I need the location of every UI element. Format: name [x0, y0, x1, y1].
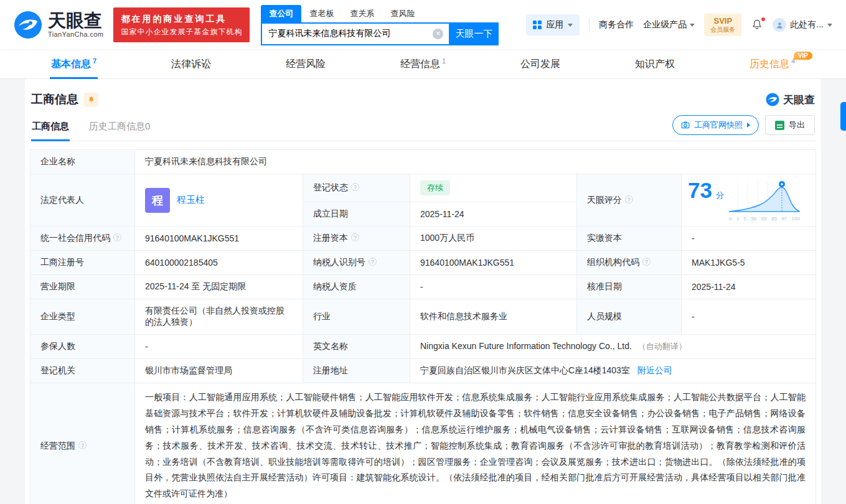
- enterprise-product-label: 企业级产品: [643, 19, 687, 30]
- notification-bell-icon[interactable]: [751, 19, 763, 31]
- tab-intellectual-property[interactable]: 知识产权: [632, 50, 677, 78]
- notification-dot: [761, 17, 765, 21]
- legal-rep-link[interactable]: 程玉柱: [177, 194, 205, 206]
- enterprise-product-link[interactable]: 企业级产品: [643, 19, 695, 30]
- official-snapshot-button[interactable]: 工商官网快照: [672, 115, 759, 135]
- search-bar: × 天眼一下: [261, 22, 499, 45]
- search-button[interactable]: 天眼一下: [449, 22, 499, 45]
- subscribe-bell-icon[interactable]: [84, 93, 98, 107]
- tab-label: 基本信息: [51, 58, 91, 71]
- score-value[interactable]: 73: [688, 179, 712, 201]
- label-industry: 行业: [303, 299, 410, 335]
- label-english-name: 英文名称: [303, 335, 410, 359]
- apps-menu-button[interactable]: 应用: [526, 14, 580, 35]
- tab-basic-info[interactable]: 基本信息 7: [49, 50, 99, 78]
- label-approval-date: 核准日期: [577, 275, 682, 299]
- subtab-history-business-info[interactable]: 历史工商信息0: [88, 117, 151, 141]
- label-score: 天眼评分: [577, 174, 682, 226]
- tianyancha-logo[interactable]: 天眼查 TianYanCha.com: [14, 11, 103, 39]
- search-tab-boss[interactable]: 查老板: [301, 5, 342, 22]
- search-tabs: 查公司 查老板 查关系 查风险: [261, 5, 499, 22]
- value-insured-count: -: [135, 335, 303, 359]
- value-staff-size: -: [682, 299, 816, 335]
- value-org-code: MAK1JKG5-5: [682, 251, 816, 275]
- company-nav-tabs: 基本信息 7 法律诉讼 经营风险 经营信息 1 公司发展 知识产权 历史信息 4…: [0, 50, 846, 79]
- svip-subtitle: 会员服务: [710, 26, 735, 34]
- help-icon[interactable]: [78, 441, 87, 449]
- tab-label: 经营信息: [400, 58, 440, 71]
- value-reg-address: 宁夏回族自治区银川市兴庆区文体中心C座14楼1403室 附近公司: [410, 359, 816, 383]
- help-icon[interactable]: [351, 233, 359, 241]
- tianyancha-logo-icon: [14, 11, 42, 39]
- label-taxpayer-quality: 纳税人资质: [303, 275, 410, 299]
- watermark-logo-icon: [766, 93, 779, 106]
- legal-rep-avatar[interactable]: 程: [145, 188, 170, 213]
- tab-label: 历史信息: [750, 58, 789, 71]
- slogan-line1: 都在用的商业查询工具: [121, 12, 242, 26]
- search-input[interactable]: [261, 22, 449, 45]
- tab-operating-risk[interactable]: 经营风险: [283, 50, 328, 78]
- apps-label: 应用: [546, 19, 563, 30]
- label-company-name: 企业名称: [31, 150, 135, 174]
- address-text: 宁夏回族自治区银川市兴庆区文体中心C座14楼1403室: [420, 365, 630, 375]
- value-reg-number: 640100002185405: [135, 251, 303, 275]
- user-name: 此处有...: [790, 19, 824, 30]
- chevron-down-icon: [568, 24, 573, 27]
- user-avatar: [773, 18, 786, 32]
- page-body: 工商信息 天眼查 工商信息 历史工商信息0 工商官网快照 导出: [0, 79, 846, 504]
- business-coop-link[interactable]: 商务合作: [599, 19, 634, 30]
- business-info-table: 企业名称 宁夏科讯未来信息科技有限公司 法定代表人 程 程玉柱 登记状态 存续 …: [30, 149, 816, 504]
- business-info-card: 工商信息 天眼查 工商信息 历史工商信息0 工商官网快照 导出: [25, 79, 821, 504]
- label-reg-capital: 注册资本: [303, 226, 410, 251]
- search-tab-risk[interactable]: 查风险: [382, 5, 423, 22]
- search-tab-company[interactable]: 查公司: [261, 5, 301, 22]
- value-company-name: 宁夏科讯未来信息科技有限公司: [135, 150, 816, 174]
- export-button-label: 导出: [789, 119, 805, 131]
- brand-name: 天眼查: [48, 12, 103, 30]
- chevron-right-icon: [747, 123, 750, 128]
- value-business-scope: 一般项目：人工智能通用应用系统；人工智能硬件销售；人工智能应用软件开发；信息系统…: [135, 383, 816, 504]
- nearby-companies-link[interactable]: 附近公司: [637, 365, 672, 375]
- vip-badge: VIP: [794, 52, 812, 60]
- chevron-down-icon: [690, 24, 695, 27]
- value-paid-capital: -: [682, 226, 816, 251]
- label-reg-number: 工商注册号: [31, 251, 135, 275]
- label-business-term: 营业期限: [31, 275, 135, 299]
- clear-search-icon[interactable]: ×: [433, 29, 443, 39]
- export-button[interactable]: 导出: [765, 115, 815, 135]
- business-scope-text: 一般项目：人工智能通用应用系统；人工智能硬件销售；人工智能应用软件开发；信息系统…: [145, 390, 806, 502]
- label-org-code: 组织机构代码: [577, 251, 682, 275]
- tab-legal-proceedings[interactable]: 法律诉讼: [169, 50, 214, 78]
- search-tab-relation[interactable]: 查关系: [342, 5, 382, 22]
- auto-translate-note: （自动翻译）: [638, 342, 687, 351]
- user-menu[interactable]: 此处有...: [773, 18, 832, 32]
- tab-label: 经营风险: [286, 58, 326, 71]
- value-taxpayer-quality: -: [410, 275, 577, 299]
- value-reg-capital: 1000万人民币: [410, 226, 577, 251]
- section-title: 工商信息: [31, 91, 78, 108]
- help-icon[interactable]: [113, 233, 121, 241]
- tab-company-development[interactable]: 公司发展: [518, 50, 563, 78]
- divider: [589, 17, 590, 32]
- table-row: 统一社会信用代码 91640100MAK1JKG551 注册资本 1000万人民…: [31, 226, 816, 251]
- score-distribution-chart: 01 550 6585 97100: [728, 179, 801, 222]
- label-reg-address: 注册地址: [303, 359, 410, 383]
- value-industry: 软件和信息技术服务业: [410, 299, 577, 335]
- floating-sidebar-handle[interactable]: [840, 102, 846, 131]
- tab-count: 7: [93, 57, 96, 65]
- tab-history-info[interactable]: 历史信息 4 VIP: [747, 50, 797, 78]
- help-icon[interactable]: [642, 258, 651, 266]
- watermark-text: 天眼查: [783, 93, 815, 107]
- tab-operating-info[interactable]: 经营信息 1: [398, 50, 448, 78]
- svip-member-button[interactable]: SVIP 会员服务: [704, 14, 741, 37]
- table-row: 企业名称 宁夏科讯未来信息科技有限公司: [31, 150, 816, 174]
- watermark-logo: 天眼查: [766, 93, 815, 107]
- table-row: 企业类型 有限责任公司（非自然人投资或控股的法人独资） 行业 软件和信息技术服务…: [31, 299, 816, 335]
- brand-domain: TianYanCha.com: [48, 30, 103, 38]
- english-name-text: Ningxia Kexun Future Information Technol…: [420, 341, 632, 351]
- help-icon[interactable]: [369, 258, 377, 266]
- help-icon[interactable]: [625, 195, 633, 203]
- help-icon[interactable]: [351, 183, 359, 191]
- subtab-business-info[interactable]: 工商信息: [31, 117, 70, 141]
- brand-slogan: 都在用的商业查询工具 国家中小企业发展子基金旗下机构: [113, 7, 250, 42]
